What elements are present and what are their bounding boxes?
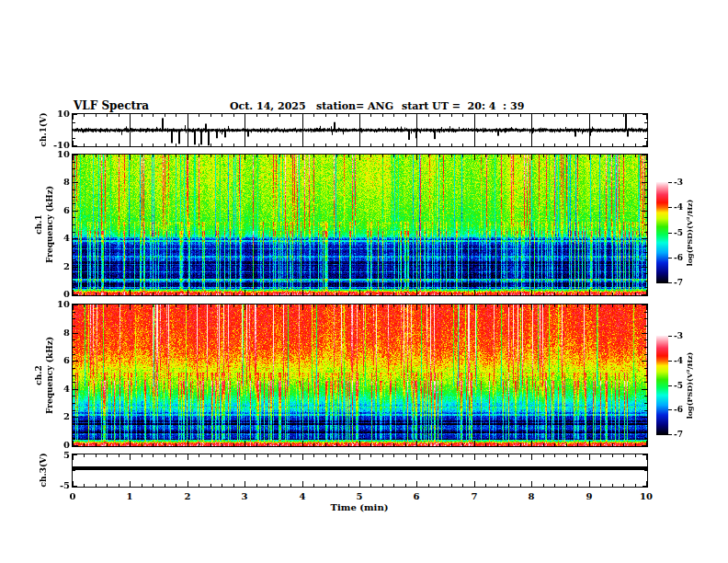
colorbar-1-tick-label: -4 [674,202,683,212]
x-tick [428,114,429,117]
x-tick [635,484,636,487]
x-tick [107,304,108,307]
x-tick [176,114,176,117]
spec2-ytick-label: 6 [46,355,70,366]
x-tick [497,293,498,295]
x-tick [416,290,417,295]
x-tick [497,144,498,146]
y-tick [642,211,647,212]
y-tick [644,312,647,313]
x-tick [245,114,245,120]
x-tick [302,290,303,295]
x-tick [348,484,349,487]
x-tick [336,293,337,295]
x-tick [416,441,417,446]
x-tick [566,155,567,157]
x-tick [188,155,188,160]
x-tick [485,155,486,157]
x-tick [245,441,245,446]
x-tick [279,144,280,146]
x-tick [336,114,337,117]
x-tick [508,454,509,457]
y-tick [73,396,75,396]
x-tick [336,454,337,457]
y-tick [73,259,75,260]
x-tick [199,454,199,457]
x-tick [96,454,97,457]
spec2-frequency-label: Frequency (kHz) [45,337,54,414]
time-tick-label: 2 [185,491,191,501]
time-tick-label: 4 [300,491,306,501]
x-tick [325,114,326,117]
x-tick [188,141,188,146]
x-tick [462,144,463,146]
x-tick [485,293,486,295]
x-tick [84,144,85,146]
x-tick [165,443,165,446]
x-tick [325,155,326,157]
x-tick [439,114,440,117]
y-tick [644,339,647,340]
x-tick [199,304,199,307]
x-tick [199,155,199,157]
x-tick [267,454,268,457]
y-tick [642,445,647,446]
x-tick [543,454,544,457]
x-tick [462,293,463,295]
x-tick [474,141,475,146]
x-tick [313,454,314,457]
x-tick [233,293,234,295]
x-tick [635,304,636,307]
x-tick [290,114,291,117]
x-tick [176,304,176,307]
colorbar-2-tick-label: -6 [674,405,683,414]
x-tick [188,441,188,446]
y-tick [73,417,78,418]
x-tick [256,484,257,487]
ch1-waveform-panel [72,113,648,147]
x-tick [370,114,371,117]
y-tick [644,197,647,198]
y-tick [73,155,78,155]
x-tick [543,114,544,117]
x-tick [313,304,314,307]
x-tick [359,114,360,120]
x-tick [199,293,199,295]
x-tick [279,304,280,307]
x-tick [176,454,176,457]
x-tick [313,293,314,295]
x-tick [199,114,199,117]
x-tick [233,454,234,457]
x-tick [474,290,475,295]
x-tick [119,293,119,295]
x-tick [165,454,165,457]
x-tick [96,114,97,117]
x-tick [210,454,211,457]
x-tick [485,144,486,146]
y-tick [73,203,75,204]
x-tick [554,484,555,487]
x-tick [210,293,211,295]
spec1-channel-label: ch.1 [34,214,43,234]
y-tick [73,445,78,446]
x-tick [439,155,440,157]
y-tick [73,410,75,411]
x-tick [142,155,142,157]
colorbar-1-tick-label: -5 [674,228,683,237]
x-tick [245,155,245,160]
x-tick [96,155,97,157]
x-tick [405,443,406,446]
x-tick [462,304,463,307]
x-tick [142,454,142,457]
x-tick [256,293,257,295]
x-tick [589,441,590,446]
y-tick [73,354,75,355]
x-tick [222,114,222,117]
x-tick [405,114,406,117]
y-tick [73,176,75,177]
x-tick [428,155,429,157]
x-tick [336,484,337,487]
figure-title: VLF Spectra [74,99,149,112]
x-tick [393,293,394,295]
y-tick [73,424,75,425]
